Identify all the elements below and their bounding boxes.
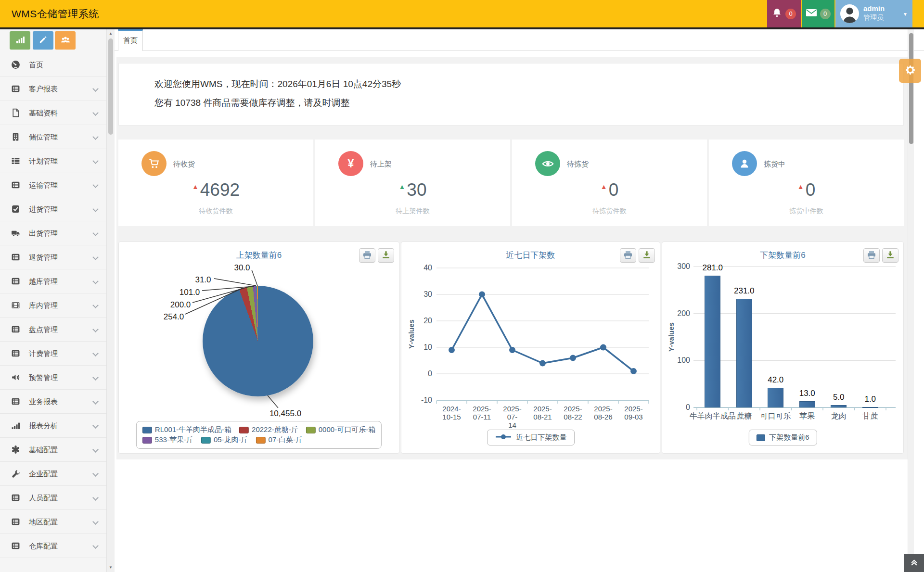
sidebar-scrollbar[interactable]: ▲ ▼ [106, 29, 115, 572]
x-tick-line: 08-22 [558, 413, 589, 421]
sidebar-item-11[interactable]: 盘点管理 [0, 318, 106, 342]
scroll-down-icon[interactable]: ▼ [107, 564, 115, 572]
username: admin [863, 4, 885, 13]
sidebar-item-label: 盘点管理 [29, 318, 58, 342]
sidebar-item-8[interactable]: 退货管理 [0, 245, 106, 269]
chevron-down-icon [92, 446, 99, 453]
sidebar-item-17[interactable]: 企业配置 [0, 462, 106, 486]
volume-icon [11, 373, 20, 382]
sidebar-item-10[interactable]: 库内管理 [0, 293, 106, 318]
legend-item[interactable]: 05-龙肉-斤 [201, 435, 248, 445]
x-tick-label: 2025-08-22 [558, 405, 589, 421]
x-tick-line: 2025- [497, 405, 528, 413]
main-scrollbar[interactable] [908, 29, 914, 554]
x-tick-line: 08-21 [527, 413, 558, 421]
sidebar-item-19[interactable]: 地区配置 [0, 510, 106, 534]
x-tick-line: 2025- [467, 405, 498, 413]
sidebar-item-2[interactable]: 基础资料 [0, 101, 106, 125]
scroll-up-icon[interactable]: ▲ [107, 30, 115, 38]
sidebar-item-9[interactable]: 越库管理 [0, 269, 106, 293]
sidebar-item-20[interactable]: 仓库配置 [0, 534, 106, 558]
chart-title: 上架数量前6 [119, 250, 399, 261]
chevron-down-icon [92, 182, 99, 188]
legend-item[interactable]: 0000-可口可乐-箱 [306, 425, 375, 434]
sidebar-item-4[interactable]: 计划管理 [0, 149, 106, 173]
download-button[interactable] [378, 248, 394, 263]
x-tick-label: 2025-08-21 [527, 405, 558, 421]
x-tick-label: 牛羊肉半成品 [690, 411, 736, 421]
file-icon [11, 108, 20, 117]
trend-up-icon: ▲ [797, 183, 804, 191]
back-to-top-button[interactable] [904, 554, 924, 572]
y-axis-title: Y-values [667, 304, 675, 371]
sidebar-item-1[interactable]: 客户报表 [0, 77, 106, 101]
bar-value-label: 231.0 [734, 286, 755, 296]
user-menu[interactable]: admin 管理员 ▼ [835, 0, 912, 27]
sidebar-item-7[interactable]: 出货管理 [0, 221, 106, 245]
legend-swatch [756, 434, 765, 441]
sidebar-item-18[interactable]: 人员配置 [0, 486, 106, 510]
pie-chart[interactable] [203, 286, 313, 396]
x-tick-label: 苹果 [799, 411, 815, 421]
bar-value-label: 42.0 [768, 375, 783, 385]
list-icon [11, 84, 20, 93]
chevron-down-icon [92, 158, 99, 164]
legend-item[interactable]: 20222-蔗糖-斤 [239, 425, 298, 434]
bar-chart-panel: 下架数量前6281.0牛羊肉半成品231.0蔗糖42.0可口可乐13.0苹果5.… [662, 242, 904, 454]
notification-badge: 0 [785, 9, 796, 19]
sidebar-item-13[interactable]: 预警管理 [0, 366, 106, 390]
stat-value-row: ▲30 [315, 180, 510, 200]
sidebar-item-label: 人员配置 [29, 486, 58, 510]
sidebar-item-12[interactable]: 计费管理 [0, 342, 106, 366]
tab-home[interactable]: 首页 [118, 29, 143, 51]
printer-icon [867, 251, 876, 261]
stat-card-0: 待收货▲4692待收货件数 [118, 140, 313, 226]
stat-value: 0 [806, 180, 816, 200]
x-tick-line: 14 [497, 421, 528, 429]
chart-toolbar [359, 248, 394, 263]
stat-label: 拣货中 [764, 160, 785, 169]
sidebar-item-label: 首页 [29, 53, 43, 77]
print-button[interactable] [359, 248, 375, 263]
print-button[interactable] [863, 248, 880, 263]
x-tick-line: 2025- [558, 405, 589, 413]
list-icon [11, 493, 20, 502]
sidebar-item-label: 基础资料 [29, 101, 58, 125]
sidebar-item-16[interactable]: 基础配置 [0, 438, 106, 462]
signal-icon [11, 421, 20, 430]
main-scrollbar-thumb[interactable] [909, 33, 913, 144]
bar[interactable] [799, 401, 815, 407]
bar[interactable] [768, 388, 783, 407]
bar[interactable] [831, 405, 847, 407]
cart-icon [141, 151, 167, 176]
legend-label: 533-苹果-斤 [155, 435, 193, 445]
bar[interactable] [862, 407, 878, 408]
chart-legend[interactable]: 下架数量前6 [748, 430, 817, 445]
sidebar-item-15[interactable]: 报表分析 [0, 414, 106, 438]
sidebar-item-3[interactable]: 储位管理 [0, 125, 106, 149]
legend-label: 07-白菜-斤 [269, 435, 303, 445]
eye-icon [535, 151, 560, 176]
bar[interactable] [705, 276, 720, 407]
chart-legend[interactable]: 近七日下架数量 [487, 430, 575, 445]
app-title: WMS仓储管理系统 [12, 0, 99, 27]
legend-item[interactable]: RL001-牛羊肉半成品-箱 [142, 425, 231, 434]
chevron-down-icon [92, 254, 99, 260]
sidebar-scrollbar-thumb[interactable] [108, 38, 113, 135]
notifications-button[interactable]: 0 [767, 0, 801, 27]
stat-card-2: 待拣货▲0待拣货件数 [512, 140, 707, 226]
list-icon [11, 349, 20, 358]
sidebar-item-6[interactable]: 进货管理 [0, 197, 106, 221]
avatar [840, 4, 859, 23]
legend-item[interactable]: 07-白菜-斤 [256, 435, 303, 445]
bar[interactable] [736, 299, 752, 407]
sidebar-item-5[interactable]: 运输管理 [0, 173, 106, 197]
legend-row: 533-苹果-斤05-龙肉-斤07-白菜-斤 [142, 435, 375, 445]
sidebar-item-14[interactable]: 业务报表 [0, 390, 106, 414]
legend-item[interactable]: 533-苹果-斤 [142, 435, 193, 445]
settings-flyout-button[interactable] [899, 59, 921, 83]
messages-button[interactable]: 0 [802, 0, 834, 27]
download-button[interactable] [882, 248, 898, 263]
sidebar-item-0[interactable]: 首页 [0, 53, 106, 77]
legend-label: 近七日下架数量 [516, 433, 567, 442]
